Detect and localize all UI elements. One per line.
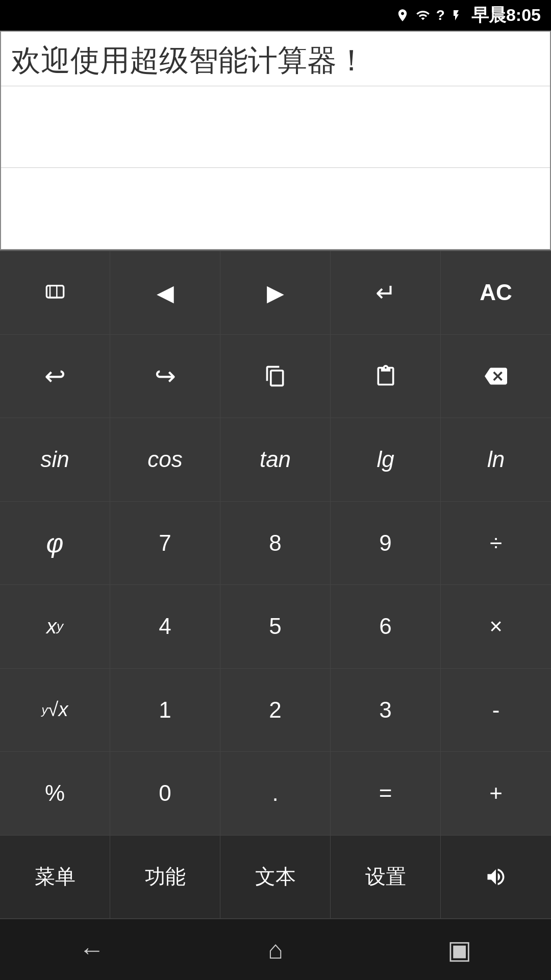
enter-button[interactable]: ↵ <box>331 251 441 334</box>
trig-row: sin cos tan lg ln <box>0 418 551 502</box>
time-display: 早晨8:05 <box>471 4 541 27</box>
settings-button[interactable]: 设置 <box>331 836 441 919</box>
flash-icon <box>450 8 462 22</box>
location-icon <box>395 8 410 22</box>
menu-row: 菜单 功能 文本 设置 <box>0 836 551 919</box>
status-icons: ? 早晨8:05 <box>395 4 541 27</box>
power-button[interactable]: xy <box>0 585 110 668</box>
welcome-text: 欢迎使用超级智能计算器！ <box>1 32 550 86</box>
svg-rect-1 <box>50 286 57 298</box>
key-3[interactable]: 3 <box>331 669 441 752</box>
nav-row: ◀ ▶ ↵ AC <box>0 251 551 335</box>
status-bar: ? 早晨8:05 <box>0 0 551 31</box>
input-display[interactable] <box>1 86 550 168</box>
key-7[interactable]: 7 <box>110 502 220 585</box>
add-button[interactable]: + <box>441 752 551 835</box>
cursor-left-button[interactable]: ◀ <box>110 251 220 334</box>
subtract-button[interactable]: - <box>441 669 551 752</box>
lg-button[interactable]: lg <box>331 418 441 501</box>
redo-button[interactable]: ↪ <box>110 335 220 418</box>
key-8[interactable]: 8 <box>220 502 331 585</box>
text-button[interactable]: 文本 <box>220 836 331 919</box>
key-4[interactable]: 4 <box>110 585 220 668</box>
copy-button[interactable] <box>220 335 331 418</box>
key-5[interactable]: 5 <box>220 585 331 668</box>
key-9[interactable]: 9 <box>331 502 441 585</box>
delete-button[interactable] <box>441 335 551 418</box>
paste-button[interactable] <box>331 335 441 418</box>
back-button[interactable]: ← <box>61 929 122 970</box>
signal-icon: ? <box>436 7 445 23</box>
wifi-icon <box>415 8 431 22</box>
cos-button[interactable]: cos <box>110 418 220 501</box>
edit-row: ↩ ↪ <box>0 335 551 419</box>
key-6[interactable]: 6 <box>331 585 441 668</box>
calculator-display: 欢迎使用超级智能计算器！ <box>0 31 551 250</box>
decimal-button[interactable]: . <box>220 752 331 835</box>
recent-button[interactable]: ▣ <box>429 929 490 970</box>
key-2[interactable]: 2 <box>220 669 331 752</box>
equals-button[interactable]: = <box>331 752 441 835</box>
nav-bar: ← ⌂ ▣ <box>0 919 551 980</box>
menu-button[interactable]: 菜单 <box>0 836 110 919</box>
svg-rect-0 <box>46 286 63 298</box>
ln-button[interactable]: ln <box>441 418 551 501</box>
result-display <box>1 168 550 249</box>
ac-button[interactable]: AC <box>441 251 551 334</box>
tan-button[interactable]: tan <box>220 418 331 501</box>
percent-button[interactable]: % <box>0 752 110 835</box>
key-1[interactable]: 1 <box>110 669 220 752</box>
keypad: ◀ ▶ ↵ AC ↩ ↪ sin cos tan lg ln <box>0 250 551 919</box>
sound-button[interactable] <box>441 836 551 919</box>
sin-button[interactable]: sin <box>0 418 110 501</box>
root-button[interactable]: y√x <box>0 669 110 752</box>
row-0: % 0 . = + <box>0 752 551 836</box>
cursor-right-button[interactable]: ▶ <box>220 251 331 334</box>
row-456: xy 4 5 6 × <box>0 585 551 669</box>
multiply-button[interactable]: × <box>441 585 551 668</box>
row-123: y√x 1 2 3 - <box>0 669 551 752</box>
phi-button[interactable]: φ <box>0 502 110 585</box>
home-button[interactable]: ⌂ <box>245 929 306 970</box>
row-789: φ 7 8 9 ÷ <box>0 502 551 585</box>
screen-button[interactable] <box>0 251 110 334</box>
key-0[interactable]: 0 <box>110 752 220 835</box>
undo-button[interactable]: ↩ <box>0 335 110 418</box>
divide-button[interactable]: ÷ <box>441 502 551 585</box>
function-button[interactable]: 功能 <box>110 836 220 919</box>
